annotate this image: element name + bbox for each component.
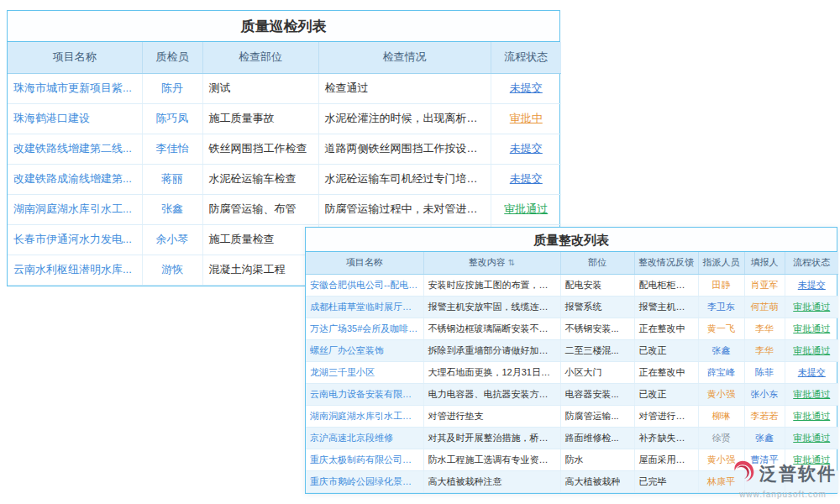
inspector-name-link[interactable]: 陈巧凤 bbox=[142, 103, 202, 134]
inspection-table-row: 改建铁路线增建第二线... 李佳怡 铁丝网围挡工作检查 道路两侧铁丝网围挡工作按… bbox=[8, 134, 561, 164]
project-name-link[interactable]: 成都杜甫草堂临时展厅独立展... bbox=[306, 296, 423, 318]
assignee-name-link[interactable]: 柳琳 bbox=[698, 405, 744, 427]
assignee-name-link[interactable]: 李卫东 bbox=[698, 296, 744, 318]
inspector-name-link[interactable]: 蒋丽 bbox=[142, 164, 202, 194]
workflow-status-link[interactable]: 未提交 bbox=[785, 274, 838, 296]
rectify-part-cell: 路面维修检... bbox=[560, 427, 634, 449]
reporter-name-link[interactable]: 曹清平 bbox=[744, 449, 785, 470]
rectify-feedback-cell: 正在整改中 bbox=[634, 361, 698, 383]
project-name-link[interactable]: 重庆太极制药有限公司亳州中... bbox=[306, 449, 423, 470]
col-header-status: 流程状态 bbox=[785, 252, 838, 274]
reporter-name-link[interactable]: 张小东 bbox=[744, 383, 785, 405]
rectify-content-cell: 大理石地面更换，12月31日之... bbox=[423, 361, 560, 383]
inspection-location-cell: 施工质量事故 bbox=[202, 103, 318, 134]
inspection-location-cell: 混凝土沟渠工程 bbox=[202, 255, 318, 285]
inspection-situation-cell: 水泥砼灌注的时候，出现离析现象 bbox=[318, 103, 491, 134]
col-header-situation: 检查情况 bbox=[318, 42, 491, 73]
rectify-part-cell: 二至三楼混... bbox=[560, 339, 634, 361]
rectify-content-cell: 报警主机安放牢固，线缆连接... bbox=[423, 296, 560, 318]
project-name-link[interactable]: 京沪高速北京段维修 bbox=[306, 427, 423, 449]
rectification-header-row: 项目名称 整改内容⇅ 部位 整改情况反馈 指派人员 填报人 流程状态 bbox=[306, 252, 838, 274]
workflow-status-link[interactable]: 未提交 bbox=[491, 134, 561, 164]
rectify-part-cell: 防水 bbox=[560, 449, 634, 470]
project-name-link[interactable]: 改建铁路线增建第二线... bbox=[8, 134, 142, 164]
rectification-table-row: 京沪高速北京段维修 对其及时开展整治措施，桥头... 路面维修检... 补齐缺失… bbox=[306, 427, 838, 449]
inspection-situation-cell: 检查通过 bbox=[318, 73, 491, 103]
workflow-status-link[interactable]: 审批通过 bbox=[785, 383, 838, 405]
project-name-link[interactable]: 云南电力设备安装有限公司20... bbox=[306, 383, 423, 405]
rectify-content-cell: 对管进行垫支 bbox=[423, 405, 560, 427]
rectify-feedback-cell: 补齐缺失标志... bbox=[634, 427, 698, 449]
project-name-link[interactable]: 云南水利枢纽潜明水库... bbox=[8, 255, 142, 285]
assignee-name-link[interactable]: 黄小强 bbox=[698, 449, 744, 470]
assignee-name-link[interactable]: 黄一飞 bbox=[698, 318, 744, 339]
assignee-name-link[interactable]: 徐贤 bbox=[698, 427, 744, 449]
inspector-name-link[interactable]: 张鑫 bbox=[142, 194, 202, 224]
rectification-table-row: 螺丝厂办公室装饰 拆除到承重墙部分请做好加固... 二至三楼混... 已改正 张… bbox=[306, 339, 838, 361]
project-name-link[interactable]: 改建铁路成渝线增建第... bbox=[8, 164, 142, 194]
rectify-part-cell: 不锈钢安装... bbox=[560, 318, 634, 339]
rectify-part-cell: 小区大门 bbox=[560, 361, 634, 383]
inspector-name-link[interactable]: 余小琴 bbox=[142, 224, 202, 255]
rectify-part-cell: 配电安装 bbox=[560, 274, 634, 296]
rectify-feedback-cell: 已改正 bbox=[634, 383, 698, 405]
reporter-name-link[interactable]: 肖亚军 bbox=[744, 274, 785, 296]
project-name-link[interactable]: 湖南洞庭湖水库引水工... bbox=[8, 194, 142, 224]
rectify-feedback-cell: 报警主机安放... bbox=[634, 296, 698, 318]
reporter-name-link[interactable]: 李若若 bbox=[744, 405, 785, 427]
assignee-name-link[interactable]: 薛宝峰 bbox=[698, 361, 744, 383]
assignee-name-link[interactable]: 林康平 bbox=[698, 470, 744, 492]
workflow-status-link[interactable]: 未提交 bbox=[491, 73, 561, 103]
col-header-project: 项目名称 bbox=[306, 252, 423, 274]
workflow-status-link[interactable]: 审批通过 bbox=[491, 194, 561, 224]
col-header-inspector: 质检员 bbox=[142, 42, 202, 73]
workflow-status-link[interactable]: 审批通过 bbox=[785, 296, 838, 318]
project-name-link[interactable]: 湖南洞庭湖水库引水工程监理标 bbox=[306, 405, 423, 427]
inspector-name-link[interactable]: 陈丹 bbox=[142, 73, 202, 103]
project-name-link[interactable]: 万达广场35#会所及咖啡厅空... bbox=[306, 318, 423, 339]
sort-icon[interactable]: ⇅ bbox=[508, 258, 515, 267]
rectify-part-cell: 电容器安装... bbox=[560, 383, 634, 405]
workflow-status-link[interactable]: 审批通过 bbox=[785, 405, 838, 427]
rectification-table-row: 云南电力设备安装有限公司20... 电力电容器、电抗器安装方案... 电容器安装… bbox=[306, 383, 838, 405]
rectify-content-cell: 防水工程施工选调有专业资质... bbox=[423, 449, 560, 470]
project-name-link[interactable]: 珠海市城市更新项目紫... bbox=[8, 73, 142, 103]
inspector-name-link[interactable]: 李佳怡 bbox=[142, 134, 202, 164]
col-header-project: 项目名称 bbox=[8, 42, 142, 73]
workflow-status-link[interactable]: 审批通过 bbox=[785, 339, 838, 361]
rectify-content-cell: 拆除到承重墙部分请做好加固... bbox=[423, 339, 560, 361]
assignee-name-link[interactable]: 张鑫 bbox=[698, 339, 744, 361]
assignee-name-link[interactable]: 黄小强 bbox=[698, 383, 744, 405]
rectify-feedback-cell: 对管进行垫支 bbox=[634, 405, 698, 427]
project-name-link[interactable]: 重庆市鹅岭公园绿化景观提升... bbox=[306, 470, 423, 492]
workflow-status-link[interactable]: 审批通过 bbox=[785, 449, 838, 470]
reporter-name-link[interactable]: 李华 bbox=[744, 318, 785, 339]
assignee-name-link[interactable]: 田静 bbox=[698, 274, 744, 296]
project-name-link[interactable]: 长春市伊通河水力发电... bbox=[8, 224, 142, 255]
inspection-location-cell: 水泥砼运输车检查 bbox=[202, 164, 318, 194]
reporter-name-link[interactable]: 陈菲 bbox=[744, 361, 785, 383]
reporter-name-link[interactable]: 何芷萌 bbox=[744, 296, 785, 318]
inspection-situation-cell: 水泥砼运输车司机经过专门培训... bbox=[318, 164, 491, 194]
rectification-table-row: 龙湖三千里小区 大理石地面更换，12月31日之... 小区大门 正在整改中 薛宝… bbox=[306, 361, 838, 383]
workflow-status-link[interactable]: 审批通过 bbox=[785, 318, 838, 339]
workflow-status-link[interactable]: 未提交 bbox=[785, 361, 838, 383]
project-name-link[interactable]: 珠海鹤港口建设 bbox=[8, 103, 142, 134]
workflow-status-link[interactable]: 审批通过 bbox=[785, 427, 838, 449]
col-header-content-label: 整改内容 bbox=[469, 257, 506, 267]
workflow-status-link[interactable] bbox=[785, 470, 838, 492]
inspector-name-link[interactable]: 游恢 bbox=[142, 255, 202, 285]
project-name-link[interactable]: 安徽合肥供电公司--配电设备... bbox=[306, 274, 423, 296]
project-name-link[interactable]: 螺丝厂办公室装饰 bbox=[306, 339, 423, 361]
rectify-part-cell: 高大植被栽种 bbox=[560, 470, 634, 492]
reporter-name-link[interactable] bbox=[744, 470, 785, 492]
rectify-feedback-cell: 配电柜柜体与... bbox=[634, 274, 698, 296]
rectification-table: 项目名称 整改内容⇅ 部位 整改情况反馈 指派人员 填报人 流程状态 安徽合肥供… bbox=[306, 252, 838, 493]
workflow-status-link[interactable]: 未提交 bbox=[491, 164, 561, 194]
col-header-content[interactable]: 整改内容⇅ bbox=[423, 252, 560, 274]
workflow-status-link[interactable]: 审批中 bbox=[491, 103, 561, 134]
reporter-name-link[interactable]: 张鑫 bbox=[744, 427, 785, 449]
rectify-feedback-cell: 正在整改中 bbox=[634, 318, 698, 339]
reporter-name-link[interactable]: 李华 bbox=[744, 339, 785, 361]
project-name-link[interactable]: 龙湖三千里小区 bbox=[306, 361, 423, 383]
